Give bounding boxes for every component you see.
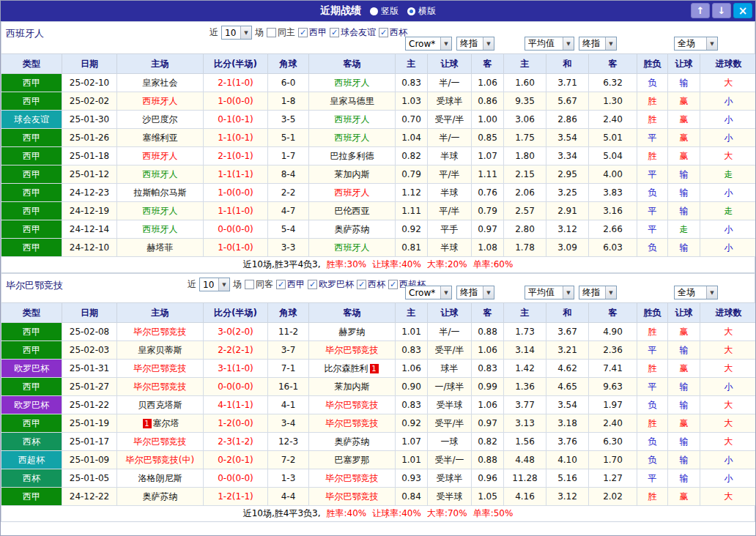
- column-header: 主场: [117, 303, 204, 323]
- away-team: 赫罗纳: [339, 327, 366, 337]
- layout-horizontal-radio[interactable]: 横版: [407, 5, 436, 18]
- average-select[interactable]: 平均值▼: [525, 286, 574, 299]
- avg-home-odds: 11.28: [504, 469, 546, 488]
- away-cell: 莱加内斯: [309, 378, 396, 396]
- league-checkbox[interactable]: ✓西甲: [298, 26, 327, 39]
- checkbox-icon: [245, 280, 254, 289]
- result-handicap: 赢: [668, 111, 700, 129]
- average-ref-select[interactable]: 终指▼: [579, 286, 617, 299]
- away-team: 西班牙人: [335, 78, 370, 88]
- chevron-down-icon: ▼: [706, 286, 717, 299]
- odds-company-select[interactable]: Crow*▼: [405, 286, 452, 299]
- home-team: 塞尔塔: [153, 418, 179, 428]
- average-select[interactable]: 平均值▼: [525, 37, 574, 51]
- home-cell: 西班牙人: [117, 92, 204, 111]
- handicap-line: 球半: [428, 360, 472, 378]
- handicap-line: 受半/一: [428, 451, 472, 469]
- result-handicap: 赢: [668, 147, 700, 165]
- handicap-home-odds: 0.92: [396, 414, 428, 433]
- odds-company-ref-select[interactable]: 终指▼: [456, 37, 494, 51]
- table-row: 西杯25-01-17毕尔巴鄂竞技2-3(1-2)12-3奥萨苏纳1.07一球0.…: [1, 433, 756, 451]
- avg-draw-odds: 3.54: [546, 396, 589, 414]
- home-team: 洛格朗尼斯: [138, 473, 182, 483]
- table-row: 西甲25-02-03皇家贝蒂斯2-2(2-1)3-7毕尔巴鄂竞技0.83受平/半…: [1, 341, 756, 360]
- same-venue-checkbox[interactable]: 同主: [267, 26, 295, 39]
- away-cell: 莱加内斯: [309, 165, 396, 184]
- match-count-select[interactable]: 10▼: [221, 26, 252, 40]
- close-button[interactable]: ×: [733, 3, 752, 18]
- same-venue-checkbox[interactable]: 同客: [245, 278, 273, 291]
- column-header: 主: [396, 303, 428, 323]
- match-type-cell: 西杯: [1, 433, 62, 451]
- match-count-select[interactable]: 10▼: [199, 278, 230, 291]
- avg-home-odds: 1.75: [504, 129, 546, 147]
- home-cell: 毕尔巴鄂竞技: [117, 360, 204, 378]
- team-section-espanyol: 西班牙人 近10▼场同主✓西甲✓球会友谊✓西杯 Crow*▼ 终指▼ 平均值▼ …: [1, 21, 755, 273]
- league-checkbox[interactable]: ✓欧罗巴杯: [308, 278, 354, 291]
- corner-cell: 5-4: [268, 220, 309, 239]
- match-type-cell: 西杯: [1, 469, 62, 488]
- odds-company-ref-select[interactable]: 终指▼: [456, 286, 494, 299]
- avg-away-odds: 1.30: [589, 92, 637, 111]
- table-body: 西甲25-02-10皇家社会2-1(1-0)6-0西班牙人0.83半/一1.06…: [1, 74, 756, 257]
- home-team: 塞维利亚: [143, 133, 178, 143]
- chevron-down-icon: ▼: [605, 286, 616, 299]
- corner-cell: 4-7: [268, 202, 309, 220]
- home-cell: 毕尔巴鄂竞技(中): [117, 451, 204, 469]
- league-checkbox[interactable]: ✓西杯: [357, 278, 385, 291]
- home-cell: 西班牙人: [117, 165, 204, 184]
- scope-select[interactable]: 全场▼: [674, 286, 718, 299]
- avg-away-odds: 2.02: [589, 488, 637, 506]
- summary-stat: 单率:50%: [473, 508, 514, 518]
- column-header: 日期: [62, 303, 117, 323]
- away-team: 奥萨苏纳: [335, 436, 370, 447]
- column-header: 胜负: [637, 303, 668, 323]
- away-team: 莱加内斯: [335, 169, 370, 179]
- handicap-home-odds: 1.12: [396, 184, 428, 202]
- result-outcome: 负: [637, 239, 668, 257]
- home-team: 西班牙人: [143, 206, 178, 216]
- table-row: 西甲25-02-10皇家社会2-1(1-0)6-0西班牙人0.83半/一1.06…: [1, 74, 756, 92]
- home-team: 西班牙人: [143, 169, 178, 179]
- result-goals: 大: [700, 74, 756, 92]
- match-type-cell: 西甲: [1, 147, 62, 165]
- match-date: 25-01-26: [62, 129, 117, 147]
- chevron-down-icon: ▼: [563, 286, 574, 299]
- avg-away-odds: 5.01: [589, 129, 637, 147]
- odds-company-select[interactable]: Crow*▼: [405, 37, 452, 51]
- league-checkbox[interactable]: ✓球会友谊: [330, 26, 376, 39]
- summary-prefix: 近10场,胜4平3负3,: [243, 508, 321, 518]
- scope-select[interactable]: 全场▼: [674, 37, 718, 51]
- handicap-line: 半球: [428, 147, 472, 165]
- handicap-away-odds: 1.07: [472, 147, 504, 165]
- score-cell: 1-1(1-0): [204, 202, 268, 220]
- chevron-down-icon: ▼: [440, 37, 451, 50]
- avg-draw-odds: 3.21: [546, 341, 589, 360]
- handicap-home-odds: 0.83: [396, 341, 428, 360]
- avg-home-odds: 2.80: [504, 220, 546, 239]
- away-cell: 毕尔巴鄂竞技: [309, 396, 396, 414]
- handicap-home-odds: 0.92: [396, 220, 428, 239]
- home-team: 西班牙人: [143, 224, 178, 234]
- matches-table: 类型日期主场比分(半场)角球客场主让球客主和客胜负让球进球数 西甲25-02-1…: [1, 53, 756, 257]
- column-header: 让球: [428, 303, 472, 323]
- avg-draw-odds: 3.34: [546, 147, 589, 165]
- result-handicap: 输: [668, 433, 700, 451]
- home-cell: 洛格朗尼斯: [117, 469, 204, 488]
- away-cell: 巴拉多利德: [309, 147, 396, 165]
- avg-home-odds: 2.15: [504, 165, 546, 184]
- handicap-line: 受半球: [428, 396, 472, 414]
- avg-away-odds: 4.90: [589, 323, 637, 341]
- home-cell: 毕尔巴鄂竞技: [117, 433, 204, 451]
- handicap-away-odds: 0.97: [472, 414, 504, 433]
- league-checkbox[interactable]: ✓西甲: [276, 278, 305, 291]
- handicap-line: 受平/半: [428, 414, 472, 433]
- layout-vertical-radio[interactable]: 竖版: [370, 5, 399, 18]
- result-goals: 小: [700, 184, 756, 202]
- average-ref-select[interactable]: 终指▼: [579, 37, 617, 51]
- result-goals: 走: [700, 165, 756, 184]
- scroll-up-button[interactable]: ↑: [691, 3, 710, 18]
- scroll-down-button[interactable]: ↓: [712, 3, 731, 18]
- column-header: 和: [546, 303, 589, 323]
- result-outcome: 胜: [637, 323, 668, 341]
